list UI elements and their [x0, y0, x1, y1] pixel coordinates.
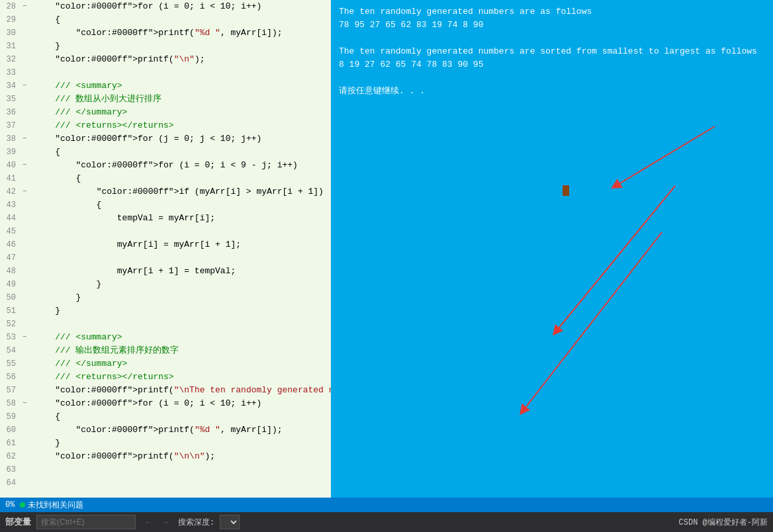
line-number: 59 [0, 410, 20, 423]
line-number: 50 [0, 291, 20, 304]
code-content: } [32, 278, 331, 291]
code-line: 63 [0, 463, 331, 476]
code-content: /// <summary> [32, 79, 331, 93]
status-message: 未找到相关问题 [28, 500, 83, 511]
svg-line-1 [615, 126, 715, 186]
code-content: /// </summary> [32, 357, 331, 371]
code-line: 49 } [0, 278, 331, 291]
depth-label: 搜索深度: [178, 517, 214, 528]
line-number: 42 [0, 185, 20, 199]
line-number: 37 [0, 119, 20, 132]
line-number: 39 [0, 146, 20, 159]
fold-icon[interactable]: − [20, 0, 29, 13]
code-line: 53− /// <summary> [0, 331, 331, 344]
code-line: 45 [0, 225, 331, 238]
line-number: 36 [0, 106, 20, 119]
line-number: 46 [0, 238, 20, 251]
code-line: 62 "color:#0000ff">printf("\n\n"); [0, 450, 331, 463]
line-number: 44 [0, 212, 20, 225]
fold-icon[interactable]: − [20, 159, 29, 172]
line-number: 54 [0, 344, 20, 357]
code-line: 28− "color:#0000ff">for (i = 0; i < 10; … [0, 0, 331, 13]
code-content: /// <returns></returns> [32, 371, 331, 384]
code-content: { [32, 199, 331, 212]
console-output-line [339, 32, 765, 45]
code-editor: 28− "color:#0000ff">for (i = 0; i < 10; … [0, 0, 331, 498]
code-line: 41 { [0, 172, 331, 185]
line-number: 63 [0, 463, 20, 476]
code-line: 48 myArr[i + 1] = tempVal; [0, 265, 331, 278]
line-number: 34 [0, 79, 20, 93]
code-content: /// <summary> [32, 331, 331, 344]
search-input[interactable] [36, 515, 136, 529]
code-line: 57 "color:#0000ff">printf("\nThe ten ran… [0, 384, 331, 397]
line-number: 33 [0, 66, 20, 79]
fold-icon[interactable]: − [20, 79, 29, 93]
code-content: /// 输出数组元素排序好的数字 [32, 344, 331, 357]
code-content: "color:#0000ff">printf("%d ", myArr[i]); [32, 423, 331, 437]
code-line: 52 [0, 318, 331, 331]
nav-back-button[interactable]: ← [141, 515, 156, 529]
depth-select[interactable] [220, 515, 240, 529]
code-line: 43 { [0, 199, 331, 212]
code-content: { [32, 146, 331, 159]
code-content: tempVal = myArr[i]; [32, 212, 331, 225]
code-content: "color:#0000ff">printf("\n"); [32, 53, 331, 66]
line-number: 41 [0, 172, 20, 185]
line-number: 53 [0, 331, 20, 344]
code-line: 58− "color:#0000ff">for (i = 0; i < 10; … [0, 397, 331, 410]
code-line: 37 /// <returns></returns> [0, 119, 331, 132]
code-content: { [32, 13, 331, 26]
line-number: 29 [0, 13, 20, 26]
bottom-toolbar: 部变量 ← → 搜索深度: CSDN @编程爱好者-阿新 [0, 512, 773, 532]
line-number: 30 [0, 26, 20, 40]
fold-icon[interactable]: − [20, 397, 29, 410]
cursor-block [563, 185, 569, 196]
console-output-line: 请按任意键继续. . . [339, 85, 765, 98]
section-label: 部变量 [5, 516, 31, 528]
code-content: } [32, 437, 331, 450]
line-number: 57 [0, 384, 20, 397]
fold-icon[interactable]: − [20, 132, 29, 146]
console-output-line: The ten randomly generated numbers are s… [339, 45, 765, 58]
line-number: 62 [0, 450, 20, 463]
code-line: 31 } [0, 40, 331, 53]
status-bar: 0% 未找到相关问题 [0, 498, 773, 512]
code-content: "color:#0000ff">printf("\nThe ten random… [32, 384, 331, 397]
code-content: "color:#0000ff">for (i = 0; i < 10; i++) [32, 0, 331, 13]
line-number: 31 [0, 40, 20, 53]
code-line: 50 } [0, 291, 331, 304]
line-number: 32 [0, 53, 20, 66]
fold-icon[interactable]: − [20, 185, 29, 199]
svg-line-3 [523, 232, 662, 411]
code-content: } [32, 291, 331, 304]
code-content: myArr[i + 1] = tempVal; [32, 265, 331, 278]
code-line: 44 tempVal = myArr[i]; [0, 212, 331, 225]
line-number: 58 [0, 397, 20, 410]
zoom-level: 0% [5, 500, 15, 510]
code-line: 33 [0, 66, 331, 79]
line-number: 38 [0, 132, 20, 146]
code-content: "color:#0000ff">printf("\n\n"); [32, 450, 331, 463]
code-content: "color:#0000ff">if (myArr[i] > myArr[i +… [32, 185, 331, 199]
code-content: { [32, 172, 331, 185]
code-content: } [32, 40, 331, 53]
code-line: 60 "color:#0000ff">printf("%d ", myArr[i… [0, 423, 331, 437]
line-number: 40 [0, 159, 20, 172]
code-content: /// 数组从小到大进行排序 [32, 93, 331, 106]
code-content: myArr[i] = myArr[i + 1]; [32, 238, 331, 251]
code-line: 47 [0, 251, 331, 265]
main-area: 28− "color:#0000ff">for (i = 0; i < 10; … [0, 0, 773, 498]
code-content: "color:#0000ff">printf("%d ", myArr[i]); [32, 26, 331, 40]
code-line: 64 [0, 476, 331, 490]
code-line: 29 { [0, 13, 331, 26]
nav-forward-button[interactable]: → [158, 515, 173, 529]
fold-icon[interactable]: − [20, 331, 29, 344]
code-line: 59 { [0, 410, 331, 423]
code-line: 55 /// </summary> [0, 357, 331, 371]
code-content: "color:#0000ff">for (j = 0; j < 10; j++) [32, 132, 331, 146]
line-number: 47 [0, 251, 20, 265]
line-number: 45 [0, 225, 20, 238]
line-number: 49 [0, 278, 20, 291]
code-line: 51 } [0, 304, 331, 318]
